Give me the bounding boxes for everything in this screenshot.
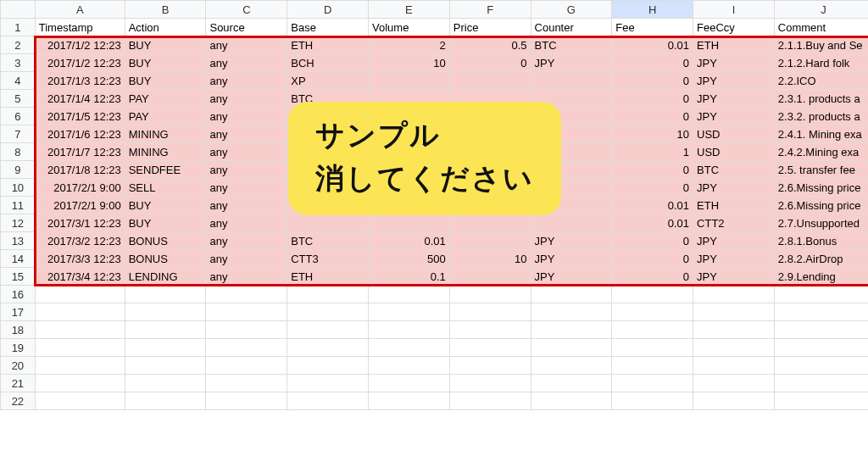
header-cell-B[interactable]: Action: [125, 19, 206, 36]
column-header-B[interactable]: B: [125, 1, 206, 19]
cell-G-5[interactable]: [531, 90, 612, 108]
cell-A-13[interactable]: 2017/3/2 12:23: [35, 232, 125, 250]
cell-A-11[interactable]: 2017/2/1 9:00: [35, 197, 125, 214]
cell-E-19[interactable]: [369, 339, 450, 357]
cell-B-9[interactable]: SENDFEE: [125, 161, 206, 179]
cell-J-15[interactable]: 2.9.Lending: [774, 268, 868, 286]
cell-E-2[interactable]: 2: [369, 36, 450, 54]
cell-A-14[interactable]: 2017/3/3 12:23: [35, 250, 125, 268]
cell-C-18[interactable]: [206, 321, 287, 339]
cell-I-4[interactable]: JPY: [693, 72, 775, 90]
header-cell-G[interactable]: Counter: [531, 19, 612, 36]
cell-D-14[interactable]: CTT3: [287, 250, 369, 268]
row-header-18[interactable]: 18: [1, 321, 36, 339]
cell-F-17[interactable]: [449, 303, 531, 321]
row-header-15[interactable]: 15: [1, 268, 36, 286]
cell-B-19[interactable]: [125, 339, 206, 357]
cell-J-13[interactable]: 2.8.1.Bonus: [774, 232, 868, 250]
cell-A-20[interactable]: [35, 357, 125, 375]
cell-J-6[interactable]: 2.3.2. products a: [774, 108, 868, 125]
cell-D-19[interactable]: [287, 339, 369, 357]
cell-C-11[interactable]: any: [206, 197, 287, 214]
cell-I-15[interactable]: JPY: [693, 268, 775, 286]
cell-G-14[interactable]: JPY: [531, 250, 612, 268]
cell-D-9[interactable]: [287, 161, 369, 179]
cell-H-13[interactable]: 0: [612, 232, 693, 250]
cell-D-20[interactable]: [287, 357, 369, 375]
cell-E-9[interactable]: [369, 161, 450, 179]
cell-A-18[interactable]: [35, 321, 125, 339]
cell-F-15[interactable]: [449, 268, 531, 286]
cell-B-16[interactable]: [125, 286, 206, 303]
cell-A-3[interactable]: 2017/1/2 12:23: [35, 54, 125, 72]
cell-I-20[interactable]: [693, 357, 775, 375]
cell-E-21[interactable]: [369, 375, 450, 392]
row-header-21[interactable]: 21: [1, 375, 36, 392]
column-header-C[interactable]: C: [206, 1, 287, 19]
row-header-20[interactable]: 20: [1, 357, 36, 375]
cell-D-11[interactable]: [287, 197, 369, 214]
row-header-1[interactable]: 1: [1, 19, 36, 36]
cell-A-19[interactable]: [35, 339, 125, 357]
cell-B-6[interactable]: PAY: [125, 108, 206, 125]
cell-J-7[interactable]: 2.4.1. Mining exa: [774, 125, 868, 143]
cell-A-16[interactable]: [35, 286, 125, 303]
cell-G-6[interactable]: [531, 108, 612, 125]
cell-G-13[interactable]: JPY: [531, 232, 612, 250]
cell-D-15[interactable]: ETH: [287, 268, 369, 286]
cell-I-5[interactable]: JPY: [693, 90, 775, 108]
cell-J-3[interactable]: 2.1.2.Hard folk: [774, 54, 868, 72]
cell-B-2[interactable]: BUY: [125, 36, 206, 54]
cell-F-19[interactable]: [449, 339, 531, 357]
cell-I-10[interactable]: JPY: [693, 179, 775, 197]
cell-J-2[interactable]: 2.1.1.Buy and Se: [774, 36, 868, 54]
cell-E-17[interactable]: [369, 303, 450, 321]
cell-C-3[interactable]: any: [206, 54, 287, 72]
column-header-I[interactable]: I: [693, 1, 775, 19]
cell-G-21[interactable]: [531, 375, 612, 392]
cell-C-12[interactable]: any: [206, 214, 287, 232]
cell-D-5[interactable]: BTC: [287, 90, 369, 108]
row-header-9[interactable]: 9: [1, 161, 36, 179]
cell-C-14[interactable]: any: [206, 250, 287, 268]
cell-H-16[interactable]: [612, 286, 693, 303]
cell-F-5[interactable]: [449, 90, 531, 108]
cell-B-18[interactable]: [125, 321, 206, 339]
cell-C-21[interactable]: [206, 375, 287, 392]
cell-A-2[interactable]: 2017/1/2 12:23: [35, 36, 125, 54]
cell-A-12[interactable]: 2017/3/1 12:23: [35, 214, 125, 232]
cell-D-21[interactable]: [287, 375, 369, 392]
cell-H-22[interactable]: [612, 392, 693, 410]
cell-C-7[interactable]: any: [206, 125, 287, 143]
cell-E-11[interactable]: [369, 197, 450, 214]
cell-D-8[interactable]: [287, 143, 369, 161]
cell-I-8[interactable]: USD: [693, 143, 775, 161]
cell-G-20[interactable]: [531, 357, 612, 375]
cell-G-12[interactable]: [531, 214, 612, 232]
cell-A-15[interactable]: 2017/3/4 12:23: [35, 268, 125, 286]
cell-D-4[interactable]: XP: [287, 72, 369, 90]
cell-C-2[interactable]: any: [206, 36, 287, 54]
cell-I-3[interactable]: JPY: [693, 54, 775, 72]
header-cell-J[interactable]: Comment: [774, 19, 868, 36]
cell-I-9[interactable]: BTC: [693, 161, 775, 179]
cell-A-17[interactable]: [35, 303, 125, 321]
cell-G-17[interactable]: [531, 303, 612, 321]
column-header-H[interactable]: H: [612, 1, 693, 19]
cell-I-13[interactable]: JPY: [693, 232, 775, 250]
cell-B-17[interactable]: [125, 303, 206, 321]
cell-E-15[interactable]: 0.1: [369, 268, 450, 286]
header-cell-H[interactable]: Fee: [612, 19, 693, 36]
cell-C-9[interactable]: any: [206, 161, 287, 179]
cell-B-21[interactable]: [125, 375, 206, 392]
cell-J-11[interactable]: 2.6.Missing price: [774, 197, 868, 214]
row-header-10[interactable]: 10: [1, 179, 36, 197]
row-header-8[interactable]: 8: [1, 143, 36, 161]
cell-I-14[interactable]: JPY: [693, 250, 775, 268]
cell-H-6[interactable]: 0: [612, 108, 693, 125]
row-header-2[interactable]: 2: [1, 36, 36, 54]
cell-D-12[interactable]: [287, 214, 369, 232]
cell-H-17[interactable]: [612, 303, 693, 321]
cell-F-13[interactable]: [449, 232, 531, 250]
cell-J-18[interactable]: [774, 321, 868, 339]
